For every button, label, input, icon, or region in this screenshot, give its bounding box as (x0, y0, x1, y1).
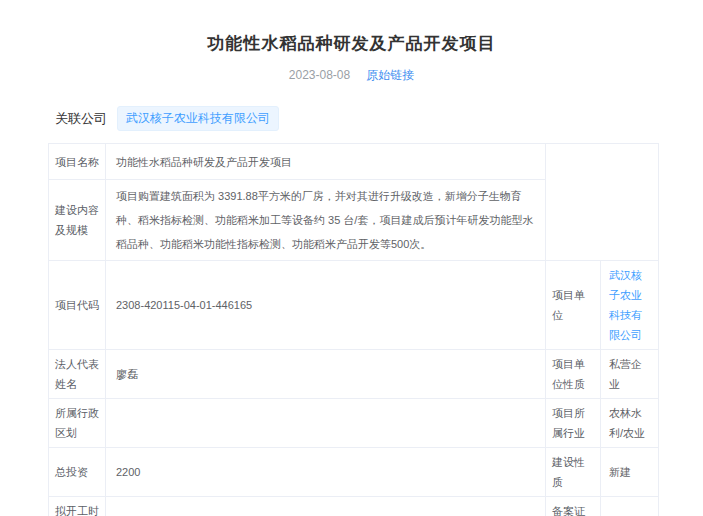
total-investment-label: 总投资 (49, 448, 106, 497)
page-meta: 2023-08-08原始链接 (0, 67, 703, 84)
project-detail-page: 功能性水稻品种研发及产品开发项目 2023-08-08原始链接 关联公司 武汉核… (0, 0, 703, 516)
table-row-total-investment: 总投资 2200 建设性质 新建 (49, 448, 659, 497)
admin-division-value (106, 399, 546, 448)
total-investment-value: 2200 (106, 448, 546, 497)
table-row-project-name: 项目名称 功能性水稻品种研发及产品开发项目 (49, 144, 659, 180)
related-company-tag[interactable]: 武汉核子农业科技有限公司 (117, 106, 279, 131)
page-title: 功能性水稻品种研发及产品开发项目 (0, 32, 703, 55)
construction-value: 项目购置建筑面积为 3391.88平方米的厂房，并对其进行升级改造，新增分子生物… (106, 180, 546, 261)
industry-value: 农林水利/农业 (601, 399, 659, 448)
project-code-label: 项目代码 (49, 261, 106, 350)
related-company-row: 关联公司 武汉核子农业科技有限公司 (55, 106, 703, 131)
legal-rep-value: 廖磊 (106, 350, 546, 399)
filing-status-label: 备案证状态 (546, 497, 601, 516)
project-unit-label: 项目单位 (546, 261, 601, 350)
construction-nature-value: 新建 (601, 448, 659, 497)
project-name-label: 项目名称 (49, 144, 106, 180)
table-row-admin-division: 所属行政区划 项目所属行业 农林水利/农业 (49, 399, 659, 448)
table-row-planned-start: 拟开工时间 2023-08 备案证状态 有效 (49, 497, 659, 516)
publish-date: 2023-08-08 (289, 68, 350, 82)
empty-cell-top-right (546, 144, 659, 261)
construction-label: 建设内容及规模 (49, 180, 106, 261)
original-link[interactable]: 原始链接 (366, 68, 414, 82)
unit-nature-label: 项目单位性质 (546, 350, 601, 399)
planned-start-value: 2023-08 (106, 497, 546, 516)
unit-nature-value: 私营企业 (601, 350, 659, 399)
industry-label: 项目所属行业 (546, 399, 601, 448)
project-info-table: 项目名称 功能性水稻品种研发及产品开发项目 建设内容及规模 项目购置建筑面积为 … (48, 143, 659, 516)
legal-rep-label: 法人代表姓名 (49, 350, 106, 399)
table-row-project-code: 项目代码 2308-420115-04-01-446165 项目单位 武汉核子农… (49, 261, 659, 350)
project-unit-company-link[interactable]: 武汉核子农业科技有限公司 (609, 269, 642, 341)
admin-division-label: 所属行政区划 (49, 399, 106, 448)
project-unit-value: 武汉核子农业科技有限公司 (601, 261, 659, 350)
table-row-legal-rep: 法人代表姓名 廖磊 项目单位性质 私营企业 (49, 350, 659, 399)
project-name-value: 功能性水稻品种研发及产品开发项目 (106, 144, 546, 180)
filing-status-value: 有效 (601, 497, 659, 516)
project-code-value: 2308-420115-04-01-446165 (106, 261, 546, 350)
planned-start-label: 拟开工时间 (49, 497, 106, 516)
construction-nature-label: 建设性质 (546, 448, 601, 497)
related-company-label: 关联公司 (55, 110, 107, 128)
